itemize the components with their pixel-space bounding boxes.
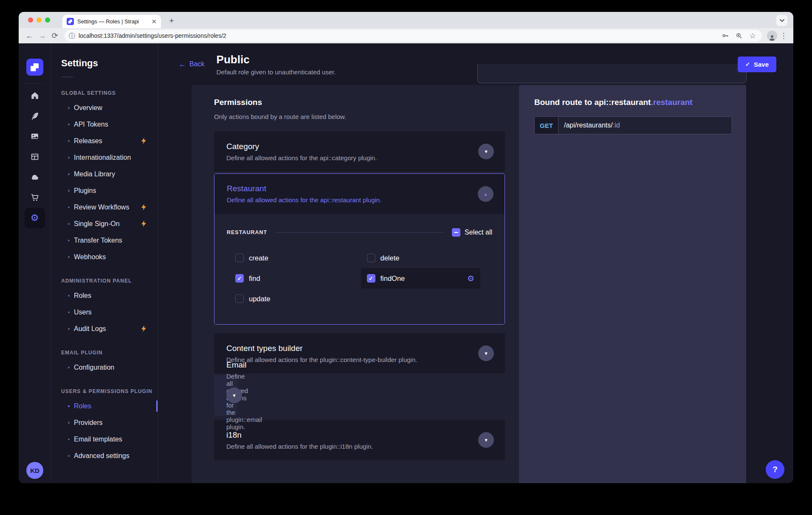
accordion-texts: RestaurantDefine all allowed actions for… bbox=[227, 184, 478, 204]
home-icon[interactable] bbox=[25, 85, 45, 106]
accordion-texts: CategoryDefine all allowed actions for t… bbox=[226, 142, 478, 161]
divider-line bbox=[275, 232, 444, 233]
sidebar-item-users[interactable]: Users bbox=[51, 304, 158, 320]
checkbox-delete[interactable] bbox=[367, 254, 375, 262]
checkbox-create[interactable] bbox=[235, 254, 244, 262]
bound-route-attribute: .restaurant bbox=[651, 98, 692, 107]
tab-close-icon[interactable]: ✕ bbox=[151, 18, 157, 25]
expand-chevron-down-icon[interactable]: ▾ bbox=[478, 345, 494, 361]
bullet-dot-icon bbox=[68, 124, 70, 125]
page-header: ← Back Public Default role given to unau… bbox=[158, 43, 793, 85]
select-all-control: Select all bbox=[452, 228, 492, 237]
sidebar-item-advanced-settings[interactable]: Advanced settings bbox=[51, 447, 158, 464]
back-link[interactable]: ← Back bbox=[178, 60, 205, 68]
strapi-app: ⚙ KD Settings GLOBAL SETTINGSOverviewAPI… bbox=[19, 43, 793, 483]
sidebar-item-plugins[interactable]: Plugins bbox=[51, 182, 158, 199]
action-label: delete bbox=[381, 254, 400, 262]
browser-tab[interactable]: Settings — Roles | Strapi ✕ bbox=[62, 15, 161, 28]
bullet-dot-icon bbox=[68, 439, 70, 440]
sidebar-item-audit-logs[interactable]: Audit Logs bbox=[51, 320, 158, 337]
strapi-logo[interactable] bbox=[26, 59, 43, 76]
sidebar-item-label: Webhooks bbox=[74, 253, 106, 261]
check-icon: ✓ bbox=[237, 276, 242, 281]
accordion-email[interactable]: EmailDefine all allowed actions for the … bbox=[214, 375, 237, 416]
bookmark-star-icon[interactable]: ☆ bbox=[747, 31, 758, 40]
http-method-badge: GET bbox=[535, 117, 558, 134]
main-area: ← Back Public Default role given to unau… bbox=[158, 43, 793, 483]
marketplace-cart-icon[interactable] bbox=[25, 187, 45, 208]
select-all-checkbox[interactable] bbox=[452, 228, 460, 237]
user-avatar[interactable]: KD bbox=[26, 462, 43, 479]
sidebar-item-configuration[interactable]: Configuration bbox=[51, 359, 158, 376]
sidebar-item-email-templates[interactable]: Email templates bbox=[51, 431, 158, 447]
content-type-builder-icon[interactable] bbox=[25, 147, 45, 167]
sidebar-item-single-sign-on[interactable]: Single Sign-On bbox=[51, 215, 158, 232]
action-label: update bbox=[249, 295, 270, 303]
save-button[interactable]: ✓ Save bbox=[738, 57, 776, 72]
minimize-window-button[interactable] bbox=[37, 17, 42, 23]
back-nav-icon[interactable]: ← bbox=[24, 30, 35, 41]
route-display: GET /api/restaurants/:id bbox=[534, 116, 732, 134]
sidebar-item-webhooks[interactable]: Webhooks bbox=[51, 249, 158, 265]
sidebar-item-roles[interactable]: Roles bbox=[51, 287, 158, 304]
bullet-dot-icon bbox=[68, 295, 70, 297]
section-label-administration-panel: ADMINISTRATION PANEL bbox=[51, 278, 158, 284]
tab-search-chevron-icon[interactable] bbox=[776, 15, 787, 26]
url-text[interactable]: localhost:1337/admin/settings/users-perm… bbox=[79, 32, 717, 39]
accordion-i18n[interactable]: i18nDefine all allowed actions for the p… bbox=[214, 420, 505, 460]
checkbox-find[interactable]: ✓ bbox=[235, 274, 244, 283]
sidebar-item-releases[interactable]: Releases bbox=[51, 133, 158, 149]
content-manager-icon[interactable] bbox=[25, 106, 45, 126]
zoom-in-icon[interactable] bbox=[734, 32, 744, 40]
expand-chevron-down-icon[interactable]: ▾ bbox=[226, 388, 242, 403]
sidebar-item-review-workflows[interactable]: Review Workflows bbox=[51, 199, 158, 215]
expand-chevron-down-icon[interactable]: ▾ bbox=[478, 432, 494, 448]
checkbox-findone[interactable]: ✓ bbox=[367, 274, 375, 283]
zoom-window-button[interactable] bbox=[45, 17, 50, 23]
section-label-email-plugin: EMAIL PLUGIN bbox=[51, 350, 158, 356]
permissions-card: Permissions Only actions bound by a rout… bbox=[192, 85, 519, 483]
password-key-icon[interactable] bbox=[720, 32, 730, 40]
deploy-cloud-icon[interactable] bbox=[25, 167, 45, 187]
accordion-body: RESTAURANTSelect allcreatedelete✓find✓fi… bbox=[214, 214, 505, 324]
collapse-chevron-up-icon[interactable]: ▴ bbox=[478, 186, 493, 202]
accordion-header[interactable]: RestaurantDefine all allowed actions for… bbox=[214, 174, 505, 214]
sidebar-item-internationalization[interactable]: Internationalization bbox=[51, 149, 158, 166]
checkbox-update[interactable] bbox=[235, 294, 244, 303]
bullet-dot-icon bbox=[68, 140, 70, 142]
sidebar-item-overview[interactable]: Overview bbox=[51, 99, 158, 116]
close-window-button[interactable] bbox=[28, 17, 33, 23]
accordion-content-types-builder[interactable]: Content types builderDefine all allowed … bbox=[214, 333, 505, 374]
reload-icon[interactable]: ⟳ bbox=[49, 30, 60, 41]
action-settings-gear-icon[interactable]: ⚙ bbox=[467, 274, 474, 283]
forward-nav-icon[interactable]: → bbox=[37, 30, 48, 41]
bullet-dot-icon bbox=[68, 328, 70, 330]
expand-chevron-down-icon[interactable]: ▾ bbox=[478, 144, 494, 159]
main-nav-rail: ⚙ KD bbox=[19, 43, 51, 483]
bullet-dot-icon bbox=[68, 422, 70, 424]
save-label: Save bbox=[754, 61, 769, 68]
browser-profile-avatar[interactable] bbox=[767, 31, 777, 41]
browser-menu-icon[interactable]: ⋮ bbox=[779, 31, 788, 40]
sidebar-item-transfer-tokens[interactable]: Transfer Tokens bbox=[51, 232, 158, 249]
sidebar-item-label: Internationalization bbox=[74, 154, 131, 161]
select-all-label: Select all bbox=[465, 229, 492, 236]
bullet-dot-icon bbox=[68, 207, 70, 208]
check-icon: ✓ bbox=[745, 61, 750, 68]
sidebar-item-roles[interactable]: Roles bbox=[51, 398, 158, 414]
sidebar-item-api-tokens[interactable]: API Tokens bbox=[51, 116, 158, 133]
sidebar-item-label: Users bbox=[74, 308, 92, 316]
bullet-dot-icon bbox=[68, 157, 70, 158]
content-columns: Permissions Only actions bound by a rout… bbox=[158, 85, 793, 483]
sidebar-item-providers[interactable]: Providers bbox=[51, 414, 158, 431]
new-tab-button[interactable]: + bbox=[166, 16, 177, 26]
accordion-title: Restaurant bbox=[227, 184, 478, 193]
help-button[interactable]: ? bbox=[766, 460, 784, 479]
sidebar-item-media-library[interactable]: Media Library bbox=[51, 166, 158, 182]
address-bar[interactable]: ⓘ localhost:1337/admin/settings/users-pe… bbox=[65, 30, 762, 42]
permission-action-update: update bbox=[229, 289, 361, 309]
site-info-icon[interactable]: ⓘ bbox=[69, 32, 75, 40]
settings-gear-icon[interactable]: ⚙ bbox=[25, 208, 45, 228]
accordion-category[interactable]: CategoryDefine all allowed actions for t… bbox=[214, 131, 505, 172]
media-library-icon[interactable] bbox=[25, 126, 45, 147]
